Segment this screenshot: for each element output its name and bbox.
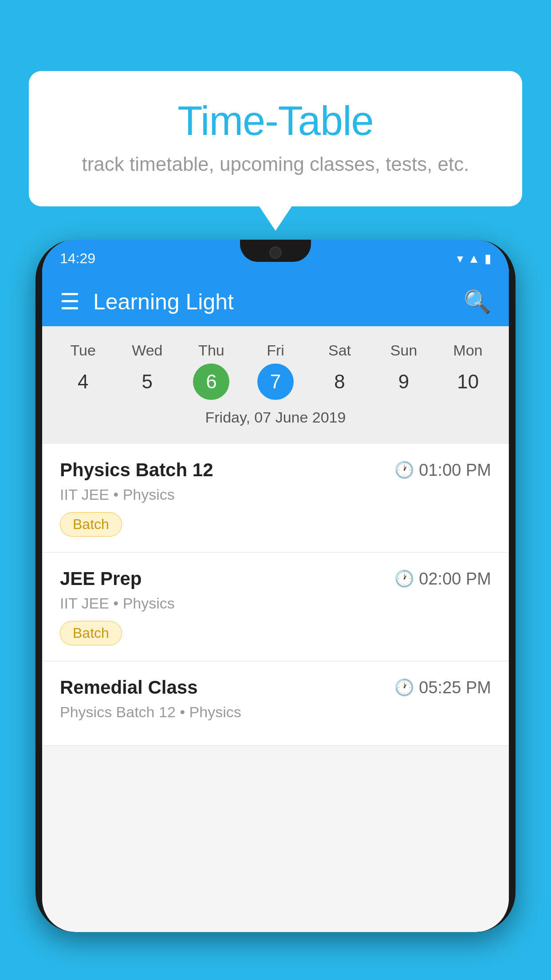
schedule-item[interactable]: JEE Prep🕐02:00 PMIIT JEE • PhysicsBatch [42, 553, 509, 661]
speech-bubble: Time-Table track timetable, upcoming cla… [29, 71, 522, 206]
status-icons: ▾ ▲ ▮ [457, 251, 491, 266]
schedule-title: Physics Batch 12 [60, 459, 213, 481]
day-name: Thu [198, 342, 224, 359]
menu-icon[interactable]: ☰ [60, 291, 80, 313]
time-text: 02:00 PM [419, 569, 491, 589]
day-name: Wed [132, 342, 162, 359]
schedule-meta: IIT JEE • Physics [60, 486, 491, 503]
clock-icon: 🕐 [394, 678, 414, 697]
day-item[interactable]: Thu6 [182, 342, 240, 400]
day-name: Mon [453, 342, 483, 359]
clock-icon: 🕐 [394, 569, 414, 588]
battery-icon: ▮ [484, 251, 491, 266]
clock-icon: 🕐 [394, 461, 414, 479]
wifi-icon: ▾ [457, 251, 463, 266]
phone: 14:29 ▾ ▲ ▮ ☰ Learning Light 🔍 [35, 240, 516, 932]
notch [240, 240, 311, 262]
day-number[interactable]: 9 [386, 364, 422, 400]
batch-badge: Batch [60, 621, 122, 645]
time-text: 05:25 PM [419, 678, 491, 697]
day-name: Tue [71, 342, 96, 359]
day-name: Sun [390, 342, 417, 359]
status-time: 14:29 [60, 250, 95, 267]
schedule-list: Physics Batch 12🕐01:00 PMIIT JEE • Physi… [42, 444, 509, 746]
camera [269, 246, 282, 259]
day-item[interactable]: Fri7 [247, 342, 304, 400]
day-item[interactable]: Wed5 [118, 342, 176, 400]
day-item[interactable]: Sun9 [375, 342, 433, 400]
app-title: Learning Light [93, 289, 464, 315]
time-text: 01:00 PM [419, 461, 491, 480]
search-icon[interactable]: 🔍 [464, 289, 491, 315]
schedule-meta: Physics Batch 12 • Physics [60, 703, 491, 721]
schedule-meta: IIT JEE • Physics [60, 595, 491, 612]
phone-screen: 14:29 ▾ ▲ ▮ ☰ Learning Light 🔍 [42, 240, 509, 932]
day-number[interactable]: 4 [65, 364, 101, 400]
selected-date: Friday, 07 June 2019 [42, 402, 509, 435]
bubble-subtitle: track timetable, upcoming classes, tests… [64, 153, 487, 175]
day-item[interactable]: Sat8 [311, 342, 369, 400]
schedule-time: 🕐01:00 PM [394, 461, 491, 480]
day-item[interactable]: Tue4 [54, 342, 112, 400]
schedule-item[interactable]: Physics Batch 12🕐01:00 PMIIT JEE • Physi… [42, 444, 509, 553]
schedule-title: Remedial Class [60, 677, 198, 698]
phone-container: 14:29 ▾ ▲ ▮ ☰ Learning Light 🔍 [35, 240, 516, 932]
day-number[interactable]: 7 [257, 364, 294, 400]
signal-icon: ▲ [468, 252, 480, 266]
day-name: Sat [328, 342, 351, 359]
status-bar: 14:29 ▾ ▲ ▮ [42, 240, 509, 277]
day-name: Fri [267, 342, 284, 359]
day-item[interactable]: Mon10 [439, 342, 497, 400]
bubble-title: Time-Table [64, 98, 487, 144]
days-row: Tue4Wed5Thu6Fri7Sat8Sun9Mon10 [42, 335, 509, 402]
calendar-section: Tue4Wed5Thu6Fri7Sat8Sun9Mon10 Friday, 07… [42, 326, 509, 444]
speech-bubble-container: Time-Table track timetable, upcoming cla… [29, 71, 522, 206]
schedule-item[interactable]: Remedial Class🕐05:25 PMPhysics Batch 12 … [42, 661, 509, 746]
schedule-time: 🕐02:00 PM [394, 569, 491, 589]
batch-badge: Batch [60, 512, 122, 537]
app-bar: ☰ Learning Light 🔍 [42, 277, 509, 326]
day-number[interactable]: 6 [193, 364, 229, 400]
schedule-time: 🕐05:25 PM [394, 678, 491, 697]
day-number[interactable]: 5 [129, 364, 165, 400]
day-number[interactable]: 8 [322, 364, 358, 400]
day-number[interactable]: 10 [450, 364, 486, 400]
schedule-title: JEE Prep [60, 568, 142, 589]
